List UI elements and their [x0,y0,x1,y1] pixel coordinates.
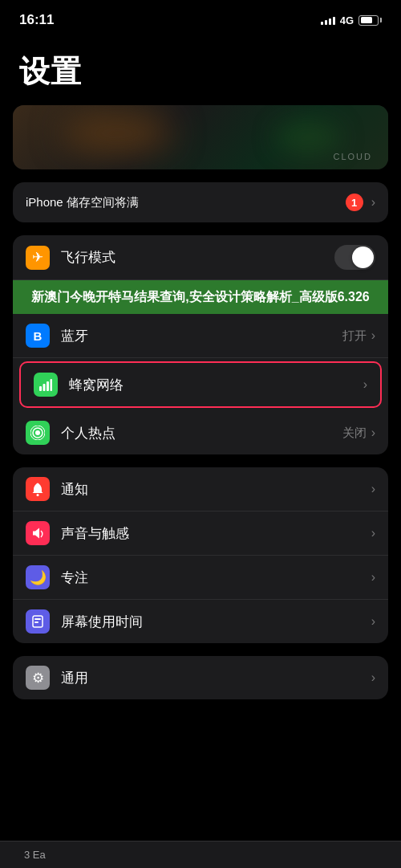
focus-row[interactable]: 🌙 专注 › [13,556,388,600]
bluetooth-chevron-icon: › [371,328,375,343]
signal-bars-icon [321,15,335,25]
general-group: ⚙ 通用 › [13,656,388,699]
screentime-row[interactable]: 屏幕使用时间 › [13,600,388,643]
spam-banner: 新澳门今晚开特马结果查询,安全设计策略解析_高级版6.326 [13,280,388,314]
focus-label: 专注 [61,568,371,587]
cellular-row[interactable]: 蜂窝网络 › [19,361,382,408]
hotspot-row[interactable]: 个人热点 关闭 › [13,411,388,454]
spam-banner-text: 新澳门今晚开特马结果查询,安全设计策略解析_高级版6.326 [31,290,369,304]
sounds-icon [26,521,50,545]
notification-right: 1 › [346,194,375,211]
svg-rect-9 [34,618,41,620]
bluetooth-status: 打开 [342,328,367,344]
storage-notification-text: iPhone 储存空间将满 [26,195,139,210]
sounds-label: 声音与触感 [61,524,371,543]
tab-bar: 3 Ea [0,841,401,868]
svg-rect-1 [43,384,46,391]
bluetooth-label: 蓝牙 [61,327,342,345]
focus-chevron-icon: › [371,570,375,585]
hotspot-icon [26,421,50,445]
svg-point-7 [37,494,39,496]
status-icons: 4G [321,14,382,26]
bluetooth-right: 打开 › [342,328,375,344]
page-header: 设置 [0,35,401,105]
bluetooth-icon: B [26,324,50,348]
hotspot-label: 个人热点 [61,424,342,442]
connectivity-group: ✈ 飞行模式 新澳门今晚开特马结果查询,安全设计策略解析_高级版6.326 B … [13,235,388,454]
hotspot-chevron-icon: › [371,426,375,440]
page-title: 设置 [19,51,382,92]
connectivity-group-wrapper: ✈ 飞行模式 新澳门今晚开特马结果查询,安全设计策略解析_高级版6.326 B … [13,235,388,454]
battery-icon [358,15,382,26]
network-type: 4G [340,14,354,26]
screentime-label: 屏幕使用时间 [61,613,371,631]
sounds-right: › [371,526,375,540]
notifications-chevron-icon: › [371,482,375,496]
tab-ea-label: 3 Ea [24,849,46,861]
notifications-row[interactable]: 通知 › [13,467,388,511]
focus-right: › [371,570,375,585]
svg-point-4 [35,430,40,435]
sounds-row[interactable]: 声音与触感 › [13,511,388,556]
bluetooth-row[interactable]: B 蓝牙 打开 › [13,314,388,358]
svg-rect-10 [34,621,38,623]
airplane-toggle[interactable] [334,245,375,270]
focus-icon: 🌙 [26,565,50,589]
cellular-icon [34,373,58,397]
svg-rect-2 [47,381,49,391]
sounds-chevron-icon: › [371,526,375,540]
profile-section[interactable]: CLOUD [13,105,388,169]
notifications-label: 通知 [61,480,371,499]
svg-rect-3 [51,379,53,391]
screentime-chevron-icon: › [371,614,375,629]
notification-chevron-icon: › [371,195,375,210]
svg-rect-0 [39,386,42,391]
notifications-right: › [371,482,375,496]
notifications-icon [26,477,50,501]
status-time: 16:11 [19,12,54,28]
general-right: › [371,670,375,685]
cellular-label: 蜂窝网络 [69,376,363,394]
hotspot-status: 关闭 [342,426,367,441]
cellular-chevron-icon: › [363,377,367,392]
status-bar: 16:11 4G [0,0,401,35]
airplane-icon: ✈ [26,246,50,270]
general-icon: ⚙ [26,666,50,690]
notification-badge: 1 [346,194,363,211]
airplane-mode-row[interactable]: ✈ 飞行模式 [13,235,388,280]
hotspot-right: 关闭 › [342,426,375,441]
main-settings-group: 通知 › 声音与触感 › 🌙 专注 › [13,467,388,643]
profile-watermark: CLOUD [333,152,372,161]
airplane-label: 飞行模式 [61,248,334,267]
general-chevron-icon: › [371,670,375,685]
airplane-toggle-area[interactable] [334,245,375,270]
storage-notification-row[interactable]: iPhone 储存空间将满 1 › [13,182,388,222]
screentime-icon [26,609,50,634]
general-row[interactable]: ⚙ 通用 › [13,656,388,699]
cellular-right: › [363,377,367,392]
general-label: 通用 [61,669,371,687]
screentime-right: › [371,614,375,629]
